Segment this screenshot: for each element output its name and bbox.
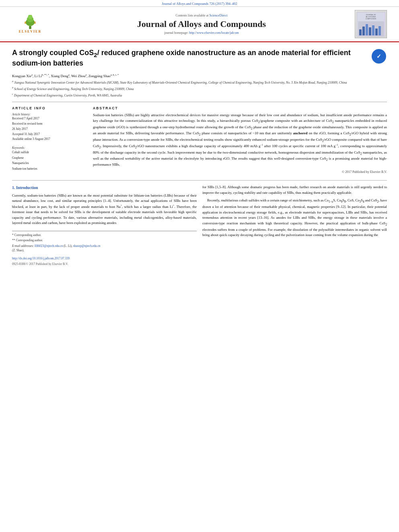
sciencedirect-line: Contents lists available at ScienceDirec…	[52, 14, 351, 17]
svg-rect-17	[375, 29, 378, 35]
article-title: A strongly coupled CoS2/ reduced graphen…	[12, 48, 366, 68]
footnotes-section: * Corresponding author. ** Corresponding…	[12, 231, 197, 253]
masthead-center: Contents lists available at ScienceDirec…	[52, 14, 351, 35]
history-received: Received 7 April 2017	[12, 116, 86, 121]
elsevier-logo-area: ELSEVIER	[8, 14, 52, 34]
keywords-section: Keywords: Cobalt sulfide Graphene Nanopa…	[12, 146, 86, 171]
article-area: A strongly coupled CoS2/ reduced graphen…	[0, 42, 399, 270]
body-columns: 1. Introduction Currently, sodium-ion ba…	[12, 180, 387, 266]
sciencedirect-link[interactable]: ScienceDirect	[210, 14, 228, 17]
body-para-2: for SIBs [1,5–8]. Although some dramatic…	[202, 185, 387, 195]
affiliations: a Jiangsu National Synergetic Innovation…	[12, 80, 387, 98]
doi-link[interactable]: http://dx.doi.org/10.1016/j.jallcom.2017…	[12, 257, 70, 260]
svg-text:COMPOUNDS: COMPOUNDS	[365, 18, 376, 20]
journal-citation: Journal of Alloys and Compounds 726 (201…	[162, 2, 237, 6]
cover-image-svg: JOURNAL OF ALLOYS AND COMPOUNDS	[356, 11, 386, 37]
svg-rect-5	[34, 22, 36, 24]
section1-heading: 1. Introduction	[12, 185, 197, 191]
abstract-label: ABSTRACT	[93, 106, 387, 110]
svg-rect-12	[359, 29, 362, 35]
info-abstract-columns: ARTICLE INFO Article history: Received 7…	[12, 102, 387, 174]
email-shao[interactable]: shaozp@njtech.edu.cn	[73, 244, 101, 248]
journal-cover-thumbnail: JOURNAL OF ALLOYS AND COMPOUNDS	[355, 10, 387, 38]
keywords-label: Keywords:	[12, 146, 86, 150]
svg-rect-16	[372, 25, 374, 35]
article-info-label: ARTICLE INFO	[12, 106, 86, 110]
journal-header-bar: Journal of Alloys and Compounds 726 (201…	[0, 0, 399, 7]
affiliation-b: b School of Energy Science and Engineeri…	[12, 86, 387, 92]
history-revised-label: Received in revised form	[12, 121, 86, 127]
elsevier-logo: ELSEVIER	[12, 14, 48, 34]
body-para-3: Recently, multifarious cobalt sulfides w…	[202, 198, 387, 238]
homepage-url[interactable]: http://www.elsevier.com/locate/jalcom	[189, 31, 239, 35]
keyword-2: Graphene	[12, 155, 86, 161]
copyright-footer: 0925-8388/© 2017 Published by Elsevier B…	[12, 262, 197, 267]
body-col-left: 1. Introduction Currently, sodium-ion ba…	[12, 185, 197, 266]
article-info-column: ARTICLE INFO Article history: Received 7…	[12, 106, 86, 174]
svg-rect-18	[378, 26, 381, 35]
sciencedirect-text: Contents lists available at	[176, 14, 209, 17]
homepage-label: journal homepage:	[164, 31, 188, 35]
doi-line: http://dx.doi.org/10.1016/j.jallcom.2017…	[12, 256, 197, 261]
journal-title: Journal of Alloys and Compounds	[52, 19, 351, 29]
article-history-group: Article history: Received 7 April 2017 R…	[12, 113, 86, 142]
affiliation-c: c Department of Chemical Engineering, Cu…	[12, 92, 387, 98]
svg-rect-13	[362, 27, 365, 35]
svg-rect-15	[369, 27, 371, 35]
body-col-right: for SIBs [1,5–8]. Although some dramatic…	[202, 185, 387, 266]
keyword-4: Sodium-ion batteries	[12, 166, 86, 172]
history-revised-date: 26 July 2017	[12, 127, 86, 132]
crossmark-icon: ✓	[372, 49, 386, 64]
footnote-email: E-mail addresses: llll6023@njtech.edu.cn…	[12, 244, 197, 253]
svg-rect-14	[366, 24, 368, 35]
keyword-3: Nanoparticles	[12, 160, 86, 166]
history-online: Available online 3 August 2017	[12, 137, 86, 142]
elsevier-tree-icon	[20, 15, 40, 29]
journal-cover-area: JOURNAL OF ALLOYS AND COMPOUNDS	[351, 10, 391, 38]
article-history: Received 7 April 2017 Received in revise…	[12, 116, 86, 142]
history-accepted: Accepted 31 July 2017	[12, 132, 86, 137]
article-title-section: A strongly coupled CoS2/ reduced graphen…	[12, 48, 387, 70]
abstract-copyright: © 2017 Published by Elsevier B.V.	[93, 170, 387, 174]
crossmark-badge: ✓	[371, 48, 387, 64]
elsevier-wordmark: ELSEVIER	[19, 30, 41, 33]
svg-rect-4	[25, 22, 26, 24]
keywords-list: Cobalt sulfide Graphene Nanoparticles So…	[12, 150, 86, 171]
body-para-1: Currently, sodium-ion batteries (SIBs) a…	[12, 193, 197, 226]
affiliation-a: a Jiangsu National Synergetic Innovation…	[12, 80, 387, 85]
abstract-column: ABSTRACT Sodium-ion batteries (SIBs) are…	[93, 106, 387, 174]
svg-rect-0	[29, 26, 31, 29]
journal-homepage-line: journal homepage: http://www.elsevier.co…	[52, 31, 351, 35]
article-history-label: Article history:	[12, 113, 86, 116]
email-li-li[interactable]: llll6023@njtech.edu.cn	[35, 244, 63, 248]
authors-line: Kongyan Xiea, Li Lib, **, *, Xiang Denga…	[12, 74, 387, 78]
abstract-text: Sodium-ion batteries (SIBs) are highly a…	[93, 113, 387, 168]
keyword-1: Cobalt sulfide	[12, 150, 86, 155]
footnote-1: * Corresponding author.	[12, 233, 197, 238]
masthead: ELSEVIER Contents lists available at Sci…	[0, 7, 399, 42]
footnote-2: ** Corresponding author.	[12, 238, 197, 243]
